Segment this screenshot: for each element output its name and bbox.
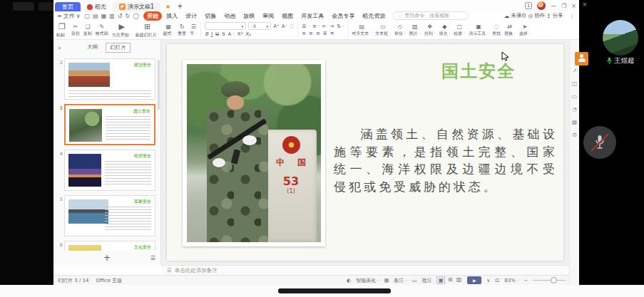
menu-item[interactable]: 会员专享 [328,11,358,21]
select-button[interactable]: ➤ 选择 · [519,24,531,36]
menu-item[interactable]: 视图 [278,11,297,21]
reset-button[interactable]: ↻ 重置 [178,24,186,36]
copy-button[interactable]: ❏ 复制 [83,24,92,36]
picture-button[interactable]: ▨ 图片 · [409,24,421,36]
find-button[interactable]: ◌ 查找 [492,24,501,36]
new-tab-button[interactable]: + [177,2,183,10]
distribute-icon[interactable]: ≋ [330,31,334,36]
panel-tab[interactable]: 大纲 [83,43,101,53]
chart-panel-icon[interactable]: ▦ [572,119,578,125]
settings-panel-icon[interactable]: ⚙ [572,132,577,138]
slide-thumbnail-card[interactable]: 军事安全 [64,195,155,236]
share-button[interactable]: ↥分享 [546,12,563,19]
collapse-panel-button[interactable]: « [58,45,61,51]
panel-tab[interactable]: 幻灯片 [106,43,131,53]
redo-icon[interactable]: ↻ [126,13,131,19]
arrange-button[interactable]: ❖ 排列 · [424,24,436,36]
menu-item[interactable]: 切换 [201,11,220,21]
open-file-icon[interactable]: ▤ [93,13,98,19]
notes-panel-icon[interactable]: ▭ [572,93,578,100]
format-button[interactable]: X² [237,31,243,37]
close-button[interactable]: × [571,3,576,9]
command-search-input[interactable]: ◌ 查找命令、搜索模板 [393,11,469,20]
notes-bar[interactable]: ☰ 单击此处添加备注 [161,265,569,275]
close-icon[interactable]: × [582,1,588,8]
participants-list-button[interactable] [575,52,588,66]
more-commands-icon[interactable]: ◯ [133,13,139,19]
add-slide-button[interactable]: + [103,253,111,263]
normal-view-icon[interactable]: ▣ [436,276,445,284]
slide-thumbnail-card[interactable]: 经济安全 [64,150,155,191]
justify-icon[interactable]: ≣ [323,31,327,36]
minimize-button[interactable]: — [551,3,556,9]
zoom-level[interactable]: 83% · [504,278,518,283]
tab-document[interactable]: P 演示文稿1 [113,2,160,11]
menu-item[interactable]: 稻壳资源 [359,11,389,21]
slide-thumbnail[interactable]: 2 政治安全 [55,58,155,100]
play-dropdown-icon[interactable]: ∨ [486,278,490,283]
section-button[interactable]: ☰ 节 · [190,24,197,36]
numbered-list-icon[interactable]: ≡ · [312,24,320,29]
indent-increase-icon[interactable]: ⇥ [329,24,334,29]
indent-decrease-icon[interactable]: ⇤ [322,24,327,29]
account-avatar[interactable] [537,1,546,10]
zoom-out-button[interactable]: − [523,278,528,283]
paste-button[interactable]: ❐ 粘贴 · [56,22,68,37]
text-box-button[interactable]: ▭ 文本框 · [375,24,391,36]
format-button[interactable]: B [205,31,208,37]
menu-item[interactable]: 设计 [182,11,200,21]
grow-font-button[interactable]: A⁺ [273,24,279,29]
slide-thumbnail-card[interactable]: 政治安全 [64,58,155,100]
fill-button[interactable]: ◆ 填充 · [439,24,451,36]
slide-title[interactable]: 国土安全 [441,60,516,83]
zoom-slider[interactable] [533,280,566,281]
beautify-button[interactable]: 智能美化 · [356,277,379,284]
dimmed-meeting-button[interactable] [13,2,34,11]
slide[interactable]: 中 国 53 (1) 国土安全 涵盖领土、自然资源、基础设施等要 [167,44,563,261]
slide-thumbnail[interactable]: 3 国土安全 [55,104,155,145]
menu-item[interactable]: 开发工具 [297,11,327,21]
slide-thumbnail-card[interactable]: 国土安全 [64,104,155,145]
layout-panel-icon[interactable]: ◫ [572,80,578,87]
save-icon[interactable]: ▦ [101,13,107,19]
new-slide-button[interactable]: ⊞ 新建幻灯片 · [136,22,160,37]
align-right-icon[interactable]: ≡ [316,31,320,36]
menu-item[interactable]: 插入 [163,11,181,21]
font-name-select[interactable]: ∨ [205,22,246,30]
soldier-photo[interactable]: 中 国 53 (1) [183,60,325,246]
zoom-slider-knob[interactable] [551,277,557,283]
font-size-select[interactable]: - 0 ∨ [248,22,271,30]
panel-scrollbar[interactable] [158,60,160,110]
print-icon[interactable]: ▥ [109,13,115,19]
align-text-button[interactable]: ▤ 对齐文本 · [352,24,372,36]
microphone-muted-button[interactable] [583,126,616,159]
slide-thumbnail[interactable]: 6 文化安全 [55,241,155,251]
tab-docer[interactable]: 稻壳 [81,2,113,11]
cut-button[interactable]: ✂ 剪切 [71,24,80,36]
taskbar-hint[interactable] [278,288,391,293]
format-button[interactable]: S [222,31,225,37]
menu-item[interactable]: 放映 [240,11,258,21]
outline-button[interactable]: ▢ 轮廓 · [454,24,465,36]
tab-home[interactable]: 首页 [55,2,81,11]
menu-item[interactable]: 审阅 [259,11,277,21]
format-button[interactable]: X₂ [245,31,251,37]
slide-thumbnail[interactable]: 4 经济安全 [55,150,155,191]
share-panel-icon[interactable]: ↗ [572,68,577,74]
save-status-button[interactable]: ☁未保存 [504,12,527,19]
shrink-font-button[interactable]: A⁻ [282,24,287,29]
slide-sorter-icon[interactable]: ⊞ [447,276,454,284]
presentation-tools-button[interactable]: ▣ 演示工具 · [469,24,489,36]
participant-avatar[interactable] [603,20,638,56]
menu-item[interactable]: 开始 [143,11,162,21]
layout-button[interactable]: ▦ 版式 · [163,24,174,36]
slide-body-text[interactable]: 涵盖领土、自然资源、基础设施等要素，是指领土完整、国家统一、海洋权限及边疆边境不… [334,125,558,196]
panel-menu-icon[interactable]: ☰ [150,255,155,261]
align-left-icon[interactable]: ≡ [302,31,306,36]
format-button[interactable]: I [211,31,213,37]
play-from-current-button[interactable]: ▶ 当页开始 · [112,22,132,37]
undo-icon[interactable]: ↺ [118,13,123,19]
format-painter-button[interactable]: ✎ 格式刷 [96,24,108,36]
comment-button[interactable]: 批注 [421,277,431,284]
restore-button[interactable]: ❐ [561,3,566,9]
